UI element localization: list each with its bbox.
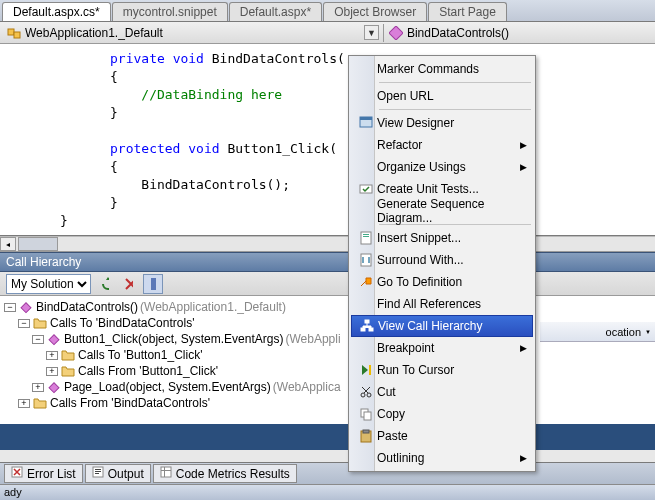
menu-separator bbox=[379, 82, 531, 83]
svg-rect-14 bbox=[161, 470, 171, 471]
menu-item-cut[interactable]: Cut bbox=[351, 381, 533, 403]
blank-icon bbox=[355, 340, 377, 356]
menu-item-view-call-hierarchy[interactable]: View Call Hierarchy bbox=[351, 315, 533, 337]
cut-icon bbox=[355, 384, 377, 400]
tab-error-list[interactable]: Error List bbox=[4, 464, 83, 483]
menu-item-run-to-cursor[interactable]: Run To Cursor bbox=[351, 359, 533, 381]
menu-item-generate-sequence-diagram[interactable]: Generate Sequence Diagram... bbox=[351, 200, 533, 222]
expand-icon[interactable]: + bbox=[18, 399, 30, 408]
menu-item-insert-snippet[interactable]: Insert Snippet... bbox=[351, 227, 533, 249]
tab-mycontrol-snippet[interactable]: mycontrol.snippet bbox=[112, 2, 228, 21]
hierarchy-icon bbox=[356, 318, 378, 334]
menu-item-label: Go To Definition bbox=[377, 275, 529, 289]
chevron-down-icon[interactable]: ▼ bbox=[645, 329, 651, 335]
svg-rect-1 bbox=[14, 32, 20, 38]
menu-item-refactor[interactable]: Refactor▶ bbox=[351, 134, 533, 156]
editor-context-menu[interactable]: Marker CommandsOpen URLView DesignerRefa… bbox=[348, 55, 536, 472]
error-list-icon bbox=[11, 466, 23, 481]
output-tabs: Error List Output Code Metrics Results bbox=[0, 462, 655, 484]
tab-start-page[interactable]: Start Page bbox=[428, 2, 507, 21]
collapse-icon[interactable]: − bbox=[4, 303, 16, 312]
tab-object-browser[interactable]: Object Browser bbox=[323, 2, 427, 21]
tree-row[interactable]: −BindDataControls() (WebApplication1._De… bbox=[4, 299, 651, 315]
tab-default-cs[interactable]: Default.aspx.cs* bbox=[2, 2, 111, 21]
member-nav-bar: WebApplication1._Default ▼ BindDataContr… bbox=[0, 22, 655, 44]
tree-item-context: (WebApplica bbox=[273, 380, 341, 394]
svg-rect-32 bbox=[363, 430, 369, 433]
tree-row[interactable]: +Page_Load(object, System.EventArgs) (We… bbox=[4, 379, 651, 395]
expand-icon[interactable]: + bbox=[46, 351, 58, 360]
refresh-button[interactable] bbox=[95, 274, 115, 294]
status-bar: ady bbox=[0, 484, 655, 500]
menu-item-label: Marker Commands bbox=[377, 62, 529, 76]
svg-rect-21 bbox=[363, 236, 369, 237]
callsites-column-header: ocation ▼ bbox=[540, 322, 655, 342]
svg-rect-5 bbox=[21, 303, 31, 313]
svg-rect-13 bbox=[161, 467, 171, 477]
collapse-icon[interactable]: − bbox=[18, 319, 30, 328]
menu-item-outlining[interactable]: Outlining▶ bbox=[351, 447, 533, 469]
submenu-arrow-icon: ▶ bbox=[520, 140, 529, 150]
unit-icon bbox=[355, 181, 377, 197]
dropdown-icon[interactable]: ▼ bbox=[364, 25, 379, 40]
menu-item-marker-commands[interactable]: Marker Commands bbox=[351, 58, 533, 80]
menu-item-copy[interactable]: Copy bbox=[351, 403, 533, 425]
menu-item-find-all-references[interactable]: Find All References bbox=[351, 293, 533, 315]
method-icon bbox=[46, 332, 62, 346]
code-editor[interactable]: private void BindDataControls( { //DataB… bbox=[0, 44, 655, 236]
menu-item-breakpoint[interactable]: Breakpoint▶ bbox=[351, 337, 533, 359]
snippet-icon bbox=[355, 230, 377, 246]
svg-rect-2 bbox=[389, 26, 403, 40]
call-hierarchy-title: Call Hierarchy bbox=[0, 252, 655, 272]
menu-item-paste[interactable]: Paste bbox=[351, 425, 533, 447]
expand-icon[interactable]: + bbox=[32, 383, 44, 392]
svg-point-28 bbox=[367, 393, 371, 397]
tree-item-label: Button1_Click(object, System.EventArgs) bbox=[64, 332, 283, 346]
tab-code-metrics[interactable]: Code Metrics Results bbox=[153, 464, 297, 483]
submenu-arrow-icon: ▶ bbox=[520, 453, 529, 463]
menu-item-label: Insert Snippet... bbox=[377, 231, 529, 245]
svg-rect-3 bbox=[151, 278, 156, 290]
tree-item-label: Page_Load(object, System.EventArgs) bbox=[64, 380, 271, 394]
member-selector[interactable]: BindDataControls() bbox=[388, 24, 649, 42]
svg-rect-17 bbox=[360, 117, 372, 120]
blank-icon bbox=[355, 159, 377, 175]
menu-item-label: Open URL bbox=[377, 89, 529, 103]
svg-rect-19 bbox=[361, 232, 371, 244]
menu-item-open-url[interactable]: Open URL bbox=[351, 85, 533, 107]
menu-item-label: View Designer bbox=[377, 116, 529, 130]
delete-button[interactable] bbox=[119, 274, 139, 294]
menu-item-label: View Call Hierarchy bbox=[378, 319, 528, 333]
blank-icon bbox=[355, 296, 377, 312]
toggle-details-button[interactable] bbox=[143, 274, 163, 294]
member-selector-label: BindDataControls() bbox=[407, 26, 509, 40]
tab-default-aspx[interactable]: Default.aspx* bbox=[229, 2, 322, 21]
call-hierarchy-toolbar: My Solution bbox=[0, 272, 655, 296]
menu-item-go-to-definition[interactable]: Go To Definition bbox=[351, 271, 533, 293]
tree-row[interactable]: +Calls To 'Button1_Click' bbox=[4, 347, 651, 363]
editor-hscrollbar[interactable]: ◂ bbox=[0, 236, 655, 252]
collapse-icon[interactable]: − bbox=[32, 335, 44, 344]
expand-icon[interactable]: + bbox=[46, 367, 58, 376]
menu-item-view-designer[interactable]: View Designer bbox=[351, 112, 533, 134]
menu-item-organize-usings[interactable]: Organize Usings▶ bbox=[351, 156, 533, 178]
scroll-thumb[interactable] bbox=[18, 237, 58, 251]
scroll-left-icon[interactable]: ◂ bbox=[0, 237, 16, 251]
menu-item-label: Create Unit Tests... bbox=[377, 182, 529, 196]
menu-item-label: Copy bbox=[377, 407, 529, 421]
svg-rect-20 bbox=[363, 234, 369, 235]
type-selector[interactable]: WebApplication1._Default ▼ bbox=[6, 24, 379, 42]
blank-icon bbox=[355, 88, 377, 104]
tree-row[interactable]: +Calls From 'BindDataControls' bbox=[4, 395, 651, 411]
menu-item-surround-with[interactable]: Surround With... bbox=[351, 249, 533, 271]
svg-rect-25 bbox=[369, 328, 373, 331]
document-tabs: Default.aspx.cs* mycontrol.snippet Defau… bbox=[0, 0, 655, 22]
folder-icon bbox=[60, 349, 76, 361]
designer-icon bbox=[355, 115, 377, 131]
tab-output[interactable]: Output bbox=[85, 464, 151, 483]
svg-rect-6 bbox=[49, 335, 59, 345]
scope-selector[interactable]: My Solution bbox=[6, 274, 91, 294]
call-hierarchy-tree[interactable]: −BindDataControls() (WebApplication1._De… bbox=[0, 296, 655, 424]
menu-item-label: Cut bbox=[377, 385, 529, 399]
tree-row[interactable]: +Calls From 'Button1_Click' bbox=[4, 363, 651, 379]
